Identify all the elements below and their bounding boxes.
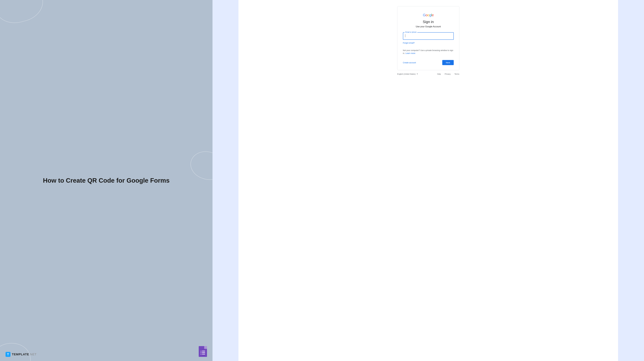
signin-subheading: Use your Google Account: [403, 26, 454, 28]
language-label: English (United States): [397, 73, 416, 75]
learn-more-link[interactable]: Learn more: [406, 52, 415, 54]
privacy-link[interactable]: Privacy: [445, 73, 451, 75]
decorative-shape: [0, 0, 47, 28]
google-forms-icon: [199, 346, 207, 357]
brand-grey: .NET: [29, 352, 36, 356]
next-button[interactable]: Next: [442, 60, 454, 65]
chevron-down-icon: [417, 74, 418, 74]
template-icon: T: [6, 352, 10, 357]
footer-links: Help Privacy Terms: [437, 73, 459, 75]
right-panel: Google Sign in Use your Google Account E…: [212, 0, 644, 361]
brand-bold: TEMPLATE: [12, 352, 29, 356]
brand-row: T TEMPLATE.NET: [6, 346, 207, 357]
help-link[interactable]: Help: [437, 73, 441, 75]
footer-row: English (United States) Help Privacy Ter…: [397, 73, 459, 75]
create-account-link[interactable]: Create account: [403, 62, 416, 64]
guest-mode-text: Not your computer? Use a private browsin…: [403, 49, 454, 55]
email-input-label: Email or phone: [404, 31, 418, 33]
page-title: How to Create QR Code for Google Forms: [6, 175, 207, 186]
signin-heading: Sign in: [403, 20, 454, 24]
google-logo: Google: [403, 13, 454, 17]
left-panel: How to Create QR Code for Google Forms T…: [0, 0, 212, 361]
email-input[interactable]: [403, 32, 454, 40]
signin-card: Google Sign in Use your Google Account E…: [397, 6, 459, 70]
language-selector[interactable]: English (United States): [397, 73, 418, 75]
brand-logo: T TEMPLATE.NET: [6, 352, 36, 357]
action-row: Create account Next: [403, 60, 454, 65]
forgot-email-link[interactable]: Forgot email?: [403, 42, 415, 44]
email-input-wrap: Email or phone: [403, 32, 454, 40]
terms-link[interactable]: Terms: [454, 73, 459, 75]
brand-text: TEMPLATE.NET: [12, 352, 36, 356]
signin-container: Google Sign in Use your Google Account E…: [238, 0, 618, 361]
